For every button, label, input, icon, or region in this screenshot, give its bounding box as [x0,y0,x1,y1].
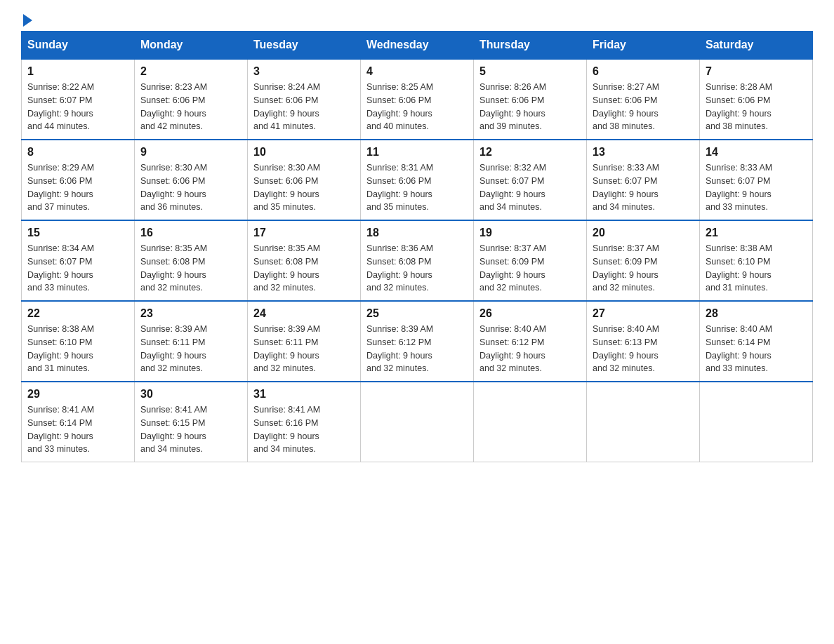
empty-cell [587,382,700,462]
day-number: 18 [366,227,468,239]
page-header [21,14,813,24]
day-info: Sunrise: 8:28 AMSunset: 6:06 PMDaylight:… [706,81,807,133]
day-info: Sunrise: 8:23 AMSunset: 6:06 PMDaylight:… [140,81,241,133]
day-cell-30: 30Sunrise: 8:41 AMSunset: 6:15 PMDayligh… [135,382,248,462]
column-header-sunday: Sunday [22,32,135,60]
day-info: Sunrise: 8:33 AMSunset: 6:07 PMDaylight:… [593,161,694,214]
day-info: Sunrise: 8:35 AMSunset: 6:08 PMDaylight:… [253,242,355,295]
day-info: Sunrise: 8:35 AMSunset: 6:08 PMDaylight:… [140,242,241,295]
day-cell-31: 31Sunrise: 8:41 AMSunset: 6:16 PMDayligh… [248,382,361,462]
day-info: Sunrise: 8:26 AMSunset: 6:06 PMDaylight:… [479,81,581,133]
day-cell-26: 26Sunrise: 8:40 AMSunset: 6:12 PMDayligh… [474,301,587,382]
day-info: Sunrise: 8:31 AMSunset: 6:06 PMDaylight:… [366,161,468,214]
empty-cell [474,382,587,462]
day-cell-3: 3Sunrise: 8:24 AMSunset: 6:06 PMDaylight… [248,59,361,140]
day-number: 9 [140,146,241,159]
day-number: 1 [27,65,128,78]
day-cell-4: 4Sunrise: 8:25 AMSunset: 6:06 PMDaylight… [361,59,474,140]
day-info: Sunrise: 8:39 AMSunset: 6:11 PMDaylight:… [253,323,355,375]
day-info: Sunrise: 8:25 AMSunset: 6:06 PMDaylight:… [366,81,468,133]
week-row-1: 1Sunrise: 8:22 AMSunset: 6:07 PMDaylight… [22,59,813,140]
week-row-4: 22Sunrise: 8:38 AMSunset: 6:10 PMDayligh… [22,301,813,382]
column-header-saturday: Saturday [700,32,813,60]
day-info: Sunrise: 8:36 AMSunset: 6:08 PMDaylight:… [366,242,468,295]
day-cell-7: 7Sunrise: 8:28 AMSunset: 6:06 PMDaylight… [700,59,813,140]
day-cell-23: 23Sunrise: 8:39 AMSunset: 6:11 PMDayligh… [135,301,248,382]
day-number: 10 [253,146,355,159]
column-header-friday: Friday [587,32,700,60]
day-info: Sunrise: 8:41 AMSunset: 6:16 PMDaylight:… [253,403,355,456]
day-number: 25 [366,307,468,320]
day-cell-28: 28Sunrise: 8:40 AMSunset: 6:14 PMDayligh… [700,301,813,382]
day-number: 13 [593,146,694,159]
day-info: Sunrise: 8:41 AMSunset: 6:14 PMDaylight:… [27,403,128,456]
day-info: Sunrise: 8:39 AMSunset: 6:11 PMDaylight:… [140,323,241,375]
day-cell-14: 14Sunrise: 8:33 AMSunset: 6:07 PMDayligh… [700,140,813,220]
day-cell-24: 24Sunrise: 8:39 AMSunset: 6:11 PMDayligh… [248,301,361,382]
empty-cell [361,382,474,462]
day-info: Sunrise: 8:41 AMSunset: 6:15 PMDaylight:… [140,403,241,456]
day-cell-2: 2Sunrise: 8:23 AMSunset: 6:06 PMDaylight… [135,59,248,140]
day-info: Sunrise: 8:33 AMSunset: 6:07 PMDaylight:… [706,161,807,214]
day-info: Sunrise: 8:34 AMSunset: 6:07 PMDaylight:… [27,242,128,295]
day-number: 15 [27,227,128,239]
day-cell-29: 29Sunrise: 8:41 AMSunset: 6:14 PMDayligh… [22,382,135,462]
day-info: Sunrise: 8:29 AMSunset: 6:06 PMDaylight:… [27,161,128,214]
day-cell-16: 16Sunrise: 8:35 AMSunset: 6:08 PMDayligh… [135,220,248,301]
day-cell-9: 9Sunrise: 8:30 AMSunset: 6:06 PMDaylight… [135,140,248,220]
day-cell-6: 6Sunrise: 8:27 AMSunset: 6:06 PMDaylight… [587,59,700,140]
column-header-wednesday: Wednesday [361,32,474,60]
day-number: 23 [140,307,241,320]
day-info: Sunrise: 8:37 AMSunset: 6:09 PMDaylight:… [593,242,694,295]
day-number: 14 [706,146,807,159]
day-cell-8: 8Sunrise: 8:29 AMSunset: 6:06 PMDaylight… [22,140,135,220]
day-cell-17: 17Sunrise: 8:35 AMSunset: 6:08 PMDayligh… [248,220,361,301]
day-info: Sunrise: 8:40 AMSunset: 6:13 PMDaylight:… [593,323,694,375]
column-header-thursday: Thursday [474,32,587,60]
week-row-2: 8Sunrise: 8:29 AMSunset: 6:06 PMDaylight… [22,140,813,220]
day-number: 7 [706,65,807,78]
day-cell-13: 13Sunrise: 8:33 AMSunset: 6:07 PMDayligh… [587,140,700,220]
day-number: 3 [253,65,355,78]
logo [21,14,32,24]
day-number: 27 [593,307,694,320]
calendar-header-row: SundayMondayTuesdayWednesdayThursdayFrid… [22,32,813,60]
day-number: 19 [479,227,581,239]
day-cell-21: 21Sunrise: 8:38 AMSunset: 6:10 PMDayligh… [700,220,813,301]
column-header-tuesday: Tuesday [248,32,361,60]
day-number: 6 [593,65,694,78]
day-info: Sunrise: 8:27 AMSunset: 6:06 PMDaylight:… [593,81,694,133]
day-info: Sunrise: 8:39 AMSunset: 6:12 PMDaylight:… [366,323,468,375]
day-cell-15: 15Sunrise: 8:34 AMSunset: 6:07 PMDayligh… [22,220,135,301]
logo-triangle-icon [23,14,32,27]
day-info: Sunrise: 8:30 AMSunset: 6:06 PMDaylight:… [140,161,241,214]
day-info: Sunrise: 8:32 AMSunset: 6:07 PMDaylight:… [479,161,581,214]
day-info: Sunrise: 8:30 AMSunset: 6:06 PMDaylight:… [253,161,355,214]
week-row-3: 15Sunrise: 8:34 AMSunset: 6:07 PMDayligh… [22,220,813,301]
day-number: 21 [706,227,807,239]
day-number: 11 [366,146,468,159]
day-cell-19: 19Sunrise: 8:37 AMSunset: 6:09 PMDayligh… [474,220,587,301]
day-info: Sunrise: 8:40 AMSunset: 6:14 PMDaylight:… [706,323,807,375]
day-number: 17 [253,227,355,239]
day-number: 16 [140,227,241,239]
day-cell-25: 25Sunrise: 8:39 AMSunset: 6:12 PMDayligh… [361,301,474,382]
column-header-monday: Monday [135,32,248,60]
day-number: 31 [253,388,355,401]
day-cell-5: 5Sunrise: 8:26 AMSunset: 6:06 PMDaylight… [474,59,587,140]
day-number: 30 [140,388,241,401]
day-cell-18: 18Sunrise: 8:36 AMSunset: 6:08 PMDayligh… [361,220,474,301]
day-number: 5 [479,65,581,78]
day-number: 28 [706,307,807,320]
day-number: 29 [27,388,128,401]
empty-cell [700,382,813,462]
day-cell-12: 12Sunrise: 8:32 AMSunset: 6:07 PMDayligh… [474,140,587,220]
day-cell-10: 10Sunrise: 8:30 AMSunset: 6:06 PMDayligh… [248,140,361,220]
day-info: Sunrise: 8:40 AMSunset: 6:12 PMDaylight:… [479,323,581,375]
day-info: Sunrise: 8:24 AMSunset: 6:06 PMDaylight:… [253,81,355,133]
day-cell-20: 20Sunrise: 8:37 AMSunset: 6:09 PMDayligh… [587,220,700,301]
calendar-table: SundayMondayTuesdayWednesdayThursdayFrid… [21,31,813,462]
day-number: 12 [479,146,581,159]
day-cell-1: 1Sunrise: 8:22 AMSunset: 6:07 PMDaylight… [22,59,135,140]
day-number: 20 [593,227,694,239]
